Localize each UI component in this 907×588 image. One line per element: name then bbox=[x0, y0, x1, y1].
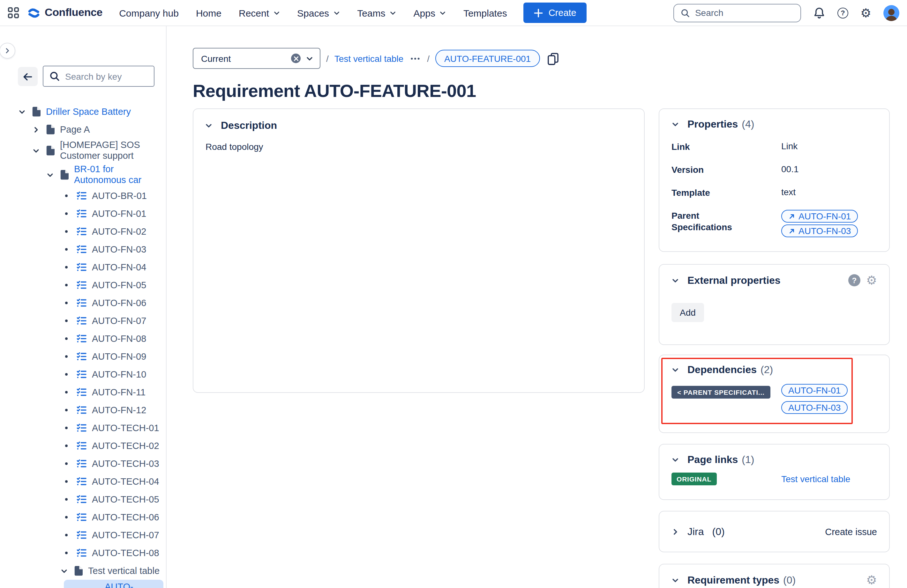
search-input[interactable] bbox=[695, 8, 794, 18]
tree-item[interactable]: Test vertical table bbox=[0, 562, 163, 580]
expand-panel-button[interactable] bbox=[0, 43, 15, 59]
tree-item[interactable]: AUTO-FN-01 bbox=[0, 205, 163, 222]
tree-item[interactable]: AUTO-BR-01 bbox=[0, 187, 163, 205]
chevron-down-icon[interactable] bbox=[32, 147, 40, 154]
tree-item[interactable]: AUTO-FN-10 bbox=[0, 366, 163, 383]
nav-left: Confluence bbox=[8, 6, 103, 19]
tree-item[interactable]: BR-01 for Autonomous car bbox=[0, 163, 163, 187]
chevron-down-icon[interactable] bbox=[671, 366, 679, 374]
property-value: Link bbox=[781, 141, 877, 152]
dependency-pill[interactable]: AUTO-FN-01 bbox=[781, 384, 848, 397]
ellipsis-icon[interactable] bbox=[409, 55, 421, 62]
page-link[interactable]: Test vertical table bbox=[781, 474, 877, 484]
tree-item[interactable]: AUTO-FN-11 bbox=[0, 383, 163, 401]
nav-item-templates[interactable]: Templates bbox=[463, 7, 507, 18]
requirement-types-panel: Requirement types (0) ⚙︎ bbox=[659, 564, 890, 588]
help-icon[interactable]: ? bbox=[837, 7, 848, 18]
tree-item[interactable]: AUTO-FN-06 bbox=[0, 294, 163, 312]
tree-item[interactable]: AUTO-FN-09 bbox=[0, 348, 163, 366]
breadcrumb-current-pill[interactable]: AUTO-FEATURE-001 bbox=[435, 50, 540, 67]
confluence-logo[interactable]: Confluence bbox=[27, 6, 103, 19]
gear-icon[interactable]: ⚙︎ bbox=[866, 574, 877, 586]
tree-item[interactable]: AUTO-FEATURE-001 bbox=[64, 580, 163, 588]
chevron-down-icon[interactable] bbox=[60, 567, 68, 574]
tree-item[interactable]: [HOMEPAGE] SOS Customer support bbox=[0, 138, 163, 163]
parent-spec-pill[interactable]: AUTO-FN-03 bbox=[781, 224, 858, 237]
gear-icon[interactable]: ⚙︎ bbox=[866, 274, 877, 286]
breadcrumb-separator: / bbox=[326, 53, 329, 64]
tree-item[interactable]: AUTO-TECH-07 bbox=[0, 526, 163, 544]
panel-title: Page links bbox=[687, 454, 738, 465]
external-link-icon bbox=[788, 227, 795, 234]
parent-spec-pill[interactable]: AUTO-FN-01 bbox=[781, 210, 858, 222]
tree-item[interactable]: AUTO-FN-02 bbox=[0, 222, 163, 240]
back-button[interactable] bbox=[18, 67, 38, 86]
chevron-down-icon[interactable] bbox=[671, 576, 679, 584]
tree-item[interactable]: AUTO-FN-05 bbox=[0, 276, 163, 294]
tree-item[interactable]: AUTO-TECH-04 bbox=[0, 473, 163, 491]
nav-item-recent[interactable]: Recent bbox=[239, 7, 280, 18]
copy-icon[interactable] bbox=[547, 52, 559, 65]
app-switcher-icon[interactable] bbox=[8, 7, 19, 19]
requirement-icon bbox=[77, 316, 87, 325]
dependency-pill[interactable]: AUTO-FN-03 bbox=[781, 401, 848, 414]
global-search[interactable] bbox=[673, 3, 801, 22]
tree-item[interactable]: AUTO-FN-12 bbox=[0, 401, 163, 419]
tree-item[interactable]: Page A bbox=[0, 121, 163, 138]
tree-item-label: Driller Space Battery bbox=[46, 106, 131, 117]
nav-item-company-hub[interactable]: Company hub bbox=[119, 7, 179, 18]
tree-item[interactable]: AUTO-FN-03 bbox=[0, 240, 163, 258]
page-icon bbox=[32, 107, 41, 117]
chevron-down-icon[interactable] bbox=[205, 122, 213, 129]
create-button[interactable]: Create bbox=[524, 3, 587, 23]
tree-item[interactable]: Driller Space Battery bbox=[0, 103, 163, 121]
bullet bbox=[62, 230, 70, 233]
panel-count: (2) bbox=[761, 364, 773, 375]
version-select[interactable]: Current bbox=[193, 48, 320, 69]
bullet bbox=[62, 516, 70, 518]
chevron-down-icon[interactable] bbox=[671, 456, 679, 463]
tree-item[interactable]: AUTO-TECH-06 bbox=[0, 508, 163, 526]
search-by-key[interactable] bbox=[43, 66, 154, 87]
search-by-key-input[interactable] bbox=[65, 71, 148, 81]
bullet bbox=[62, 320, 70, 322]
chevron-right-icon[interactable] bbox=[32, 126, 40, 133]
tree-item[interactable]: AUTO-TECH-03 bbox=[0, 455, 163, 473]
panel-title: Requirement types bbox=[687, 574, 779, 586]
chevron-down-icon[interactable] bbox=[671, 276, 679, 284]
chevron-down-icon bbox=[439, 9, 446, 16]
tree-item[interactable]: AUTO-FN-07 bbox=[0, 312, 163, 330]
tree-item-label: AUTO-TECH-08 bbox=[92, 548, 159, 558]
add-external-property-button[interactable]: Add bbox=[671, 303, 704, 322]
tree-item[interactable]: AUTO-TECH-01 bbox=[0, 419, 163, 437]
requirement-icon bbox=[77, 441, 87, 450]
tree-item[interactable]: AUTO-FN-04 bbox=[0, 258, 163, 276]
panel-count: (0) bbox=[783, 574, 796, 586]
nav-item-teams[interactable]: Teams bbox=[357, 7, 396, 18]
tree-item[interactable]: AUTO-TECH-05 bbox=[0, 491, 163, 508]
tree-item-label: AUTO-FN-08 bbox=[92, 333, 146, 344]
requirement-icon bbox=[77, 245, 87, 254]
chevron-right-icon[interactable] bbox=[671, 528, 679, 535]
tree-item[interactable]: AUTO-TECH-08 bbox=[0, 544, 163, 562]
nav-menu: Company hub Home Recent Spaces Teams App… bbox=[119, 7, 507, 18]
chevron-down-icon[interactable] bbox=[18, 108, 26, 115]
main-content: Current / Test vertical table / AUTO-FEA… bbox=[166, 26, 907, 588]
create-issue-button[interactable]: Create issue bbox=[825, 526, 877, 537]
chevron-down-icon[interactable] bbox=[46, 171, 54, 178]
help-icon[interactable]: ? bbox=[848, 274, 861, 286]
nav-item-apps[interactable]: Apps bbox=[413, 7, 446, 18]
nav-item-spaces[interactable]: Spaces bbox=[297, 7, 340, 18]
chevron-down-icon[interactable] bbox=[671, 121, 679, 128]
nav-item-home[interactable]: Home bbox=[196, 7, 221, 18]
clear-icon[interactable] bbox=[291, 54, 301, 63]
panel-count: (1) bbox=[742, 454, 754, 465]
gear-icon[interactable]: ⚙︎ bbox=[861, 7, 871, 19]
tree-item-label: Test vertical table bbox=[88, 566, 160, 576]
tree-item[interactable]: AUTO-FN-08 bbox=[0, 330, 163, 348]
bell-icon[interactable] bbox=[813, 7, 825, 19]
tree-item[interactable]: AUTO-TECH-02 bbox=[0, 437, 163, 455]
breadcrumb-parent-link[interactable]: Test vertical table bbox=[335, 53, 404, 64]
avatar[interactable] bbox=[883, 5, 899, 21]
requirement-icon bbox=[77, 459, 87, 468]
